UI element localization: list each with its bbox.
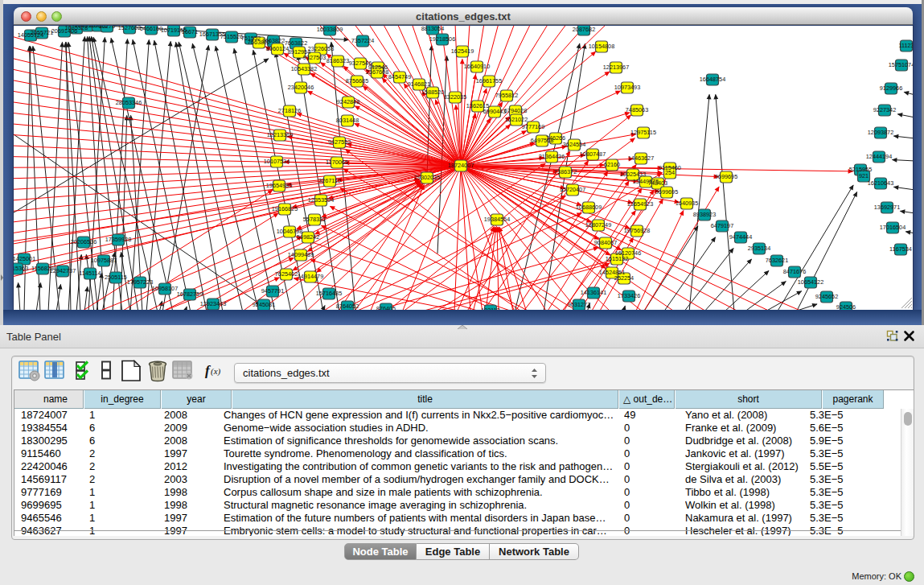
svg-text:(x): (x) xyxy=(211,366,221,377)
